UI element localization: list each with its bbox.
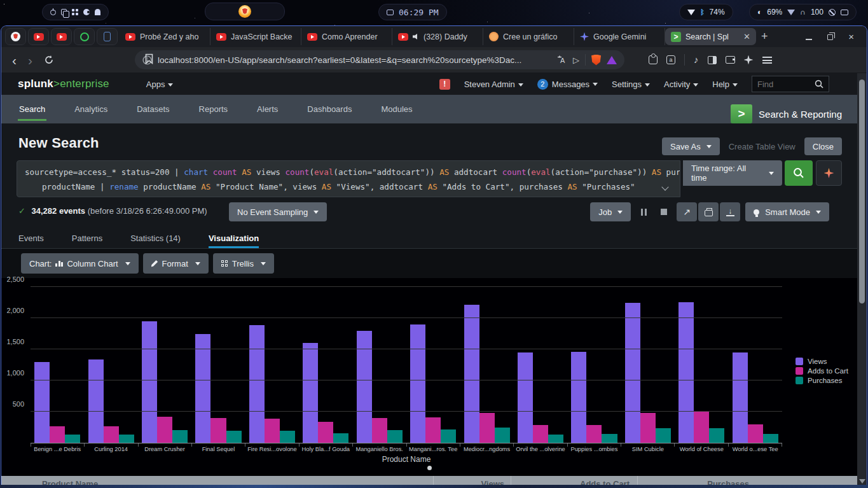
find-box[interactable] [752,76,829,92]
bar-views[interactable] [195,334,210,443]
scrollbar-thumb[interactable] [859,80,865,303]
nav-item-datasets[interactable]: Datasets [135,95,170,123]
bar-adds-to-cart[interactable] [157,417,172,443]
system-tray-left[interactable] [42,4,109,20]
pinned-tab-youtube[interactable] [51,28,72,45]
bar-purchases[interactable] [333,433,348,443]
chart-type-button[interactable]: Chart: Column Chart [21,253,139,274]
bar-purchases[interactable] [763,434,778,443]
maximize-button[interactable] [827,31,833,43]
bar-adds-to-cart[interactable] [640,413,656,443]
export-button[interactable]: ↓ [720,202,740,221]
bar-views[interactable] [625,303,640,443]
search-query-input[interactable]: sourcetype=access_* status=200 | chart c… [17,160,680,197]
clipboard-icon[interactable] [61,9,67,15]
power-icon[interactable] [50,10,56,15]
run-search-button[interactable] [785,160,813,186]
close-button[interactable]: Close [804,137,842,155]
bar-views[interactable] [357,331,372,443]
forward-button[interactable]: › [22,53,38,67]
browser-tab[interactable]: Google Gemini [574,28,665,45]
audio-icon[interactable] [413,34,419,40]
result-tab-events[interactable]: Events [18,228,44,248]
splunk-logo[interactable]: splunk>enterprise [18,78,109,90]
taskbar-brave[interactable] [205,3,285,20]
bar-adds-to-cart[interactable] [479,413,495,443]
brave-rewards-icon[interactable] [607,56,617,64]
bar-purchases[interactable] [602,434,617,443]
wifi-icon[interactable] [687,10,695,15]
wallet-icon[interactable] [726,56,735,64]
system-tray-status[interactable]: ◐ 69% ∩ 100 [749,4,857,20]
close-window-button[interactable]: × [848,32,854,41]
nav-item-dashboards[interactable]: Dashboards [306,95,353,123]
leo-ai-icon[interactable] [744,55,754,65]
pause-button[interactable] [636,204,651,220]
nav-item-search[interactable]: Search [18,95,46,123]
browser-tab[interactable]: Probé Zed y aho [120,28,210,45]
system-tray-network[interactable]: ᛒ 74% [679,4,733,20]
minimize-button[interactable] [806,31,812,43]
brave-shield-icon[interactable] [591,55,601,66]
share-button[interactable]: ↗ [677,202,697,221]
bar-purchases[interactable] [65,435,80,443]
browser-tab[interactable]: Como Aprender [301,28,392,45]
print-button[interactable] [698,202,719,221]
trellis-button[interactable]: Trellis [213,253,274,274]
legend-item[interactable]: Purchases [796,377,848,384]
browser-tab[interactable]: >Search | Spl✕ [665,28,756,45]
bar-adds-to-cart[interactable] [50,426,65,443]
bluetooth-icon[interactable]: ᛒ [700,8,705,16]
stats-column-header[interactable]: Purchases [637,476,758,485]
bar-views[interactable] [733,352,748,443]
url-bar[interactable]: localhost:8000/en-US/app/search/search?e… [135,50,624,69]
bar-views[interactable] [142,321,157,443]
keyboard-icon[interactable] [841,10,848,15]
bar-views[interactable] [34,362,50,443]
bar-adds-to-cart[interactable] [210,418,226,443]
reload-button[interactable] [38,53,60,67]
bookmark-icon[interactable] [144,53,154,67]
chart-page-dot[interactable] [427,466,432,470]
stats-column-header[interactable]: Views [433,476,511,485]
browser-tab[interactable]: Cree un gráfico [483,28,574,45]
search-icon[interactable] [815,80,823,88]
back-button[interactable]: ‹ [6,53,22,67]
bar-purchases[interactable] [226,431,242,443]
nav-item-analytics[interactable]: Analytics [73,95,109,123]
pinned-tab-youtube[interactable] [28,28,49,45]
bar-purchases[interactable] [119,435,134,443]
bar-views[interactable] [518,352,533,443]
media-icon[interactable] [694,54,699,66]
airplane-mode-icon[interactable] [829,9,836,16]
nav-item-reports[interactable]: Reports [198,95,230,123]
close-tab-icon[interactable]: ✕ [741,32,750,41]
search-tabs-icon[interactable]: a [666,55,675,64]
pinned-tab-whatsapp[interactable] [74,28,95,45]
bar-purchases[interactable] [441,429,456,443]
url-text[interactable]: localhost:8000/en-US/app/search/search?e… [158,55,551,65]
event-sampling-button[interactable]: No Event Sampling [229,202,327,221]
app-title[interactable]: > Search & Reporting [731,104,857,123]
activity-menu[interactable]: Activity [664,80,698,89]
result-tab-statistics-[interactable]: Statistics (14) [130,228,181,248]
bar-adds-to-cart[interactable] [318,422,333,443]
theme-icon[interactable] [83,9,90,15]
brave-icon[interactable] [238,5,251,18]
stats-column-header[interactable]: Adds to Cart [511,476,637,485]
ghost-icon[interactable] [95,9,100,15]
format-button[interactable]: Format [143,253,209,274]
new-tab-button[interactable]: + [761,30,768,43]
bar-adds-to-cart[interactable] [265,419,280,443]
browser-tab[interactable]: JavaScript Backe [210,28,301,45]
bar-adds-to-cart[interactable] [586,425,602,443]
smart-mode-button[interactable]: Smart Mode [745,202,829,221]
stop-button[interactable] [656,204,672,220]
user-menu[interactable]: Steven Admin [464,80,523,89]
bar-views[interactable] [679,302,694,443]
bar-adds-to-cart[interactable] [104,426,119,443]
legend-item[interactable]: Views [796,358,848,365]
bar-views[interactable] [303,343,318,443]
bar-adds-to-cart[interactable] [533,425,548,443]
messages-menu[interactable]: 2Messages [537,79,598,90]
